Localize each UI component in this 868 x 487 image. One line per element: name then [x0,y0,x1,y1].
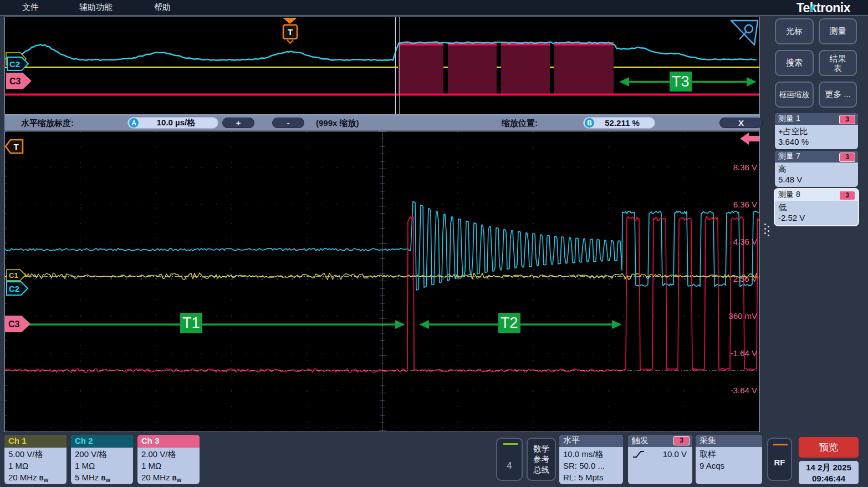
channel3-badge[interactable]: Ch 3 2.00 V/格 1 MΩ 20 MHz BW [137,435,200,484]
graticule-grid [5,131,759,431]
more-button[interactable]: 更多 ... [819,82,857,108]
overview-waveforms: T C1 C2 C3 [5,17,759,114]
bandwidth-icon: BW [101,475,110,481]
menu-bar: 文件 辅助功能 帮助 Tektronix [0,0,868,16]
voltage-label: 8.36 V [704,163,757,173]
svg-text:T: T [288,27,293,37]
t2-annotation: T2 [498,313,520,333]
measure-button[interactable]: 测量 [819,18,857,44]
trigger-position-marker[interactable]: T [283,18,297,43]
svg-text:T: T [13,142,18,151]
t1-annotation: T1 [180,313,202,333]
svg-text:C2: C2 [9,59,20,69]
waveform-overview-panel[interactable]: T C1 C2 C3 [4,17,760,115]
zoom-scale-knob[interactable]: A 10.0 µs/格 [127,117,218,129]
datetime-display: 14 2月 2025 09:46:44 [799,461,859,484]
trigger-source-badge: 3 [673,436,690,445]
voltage-label: 4.36 V [704,237,757,247]
overview-channel3-label[interactable]: C3 [6,73,32,89]
voltage-label: -1.64 V [704,348,757,358]
trigger-level-marker[interactable]: T [6,140,23,153]
t3-annotation: T3 [670,72,692,92]
channel3-label[interactable]: C3 [5,316,30,332]
voltage-label: -3.64 V [704,385,757,395]
channel1-label[interactable]: C1 [7,270,25,281]
bandwidth-icon: BW [39,475,48,481]
channel2-badge[interactable]: Ch 2 200 V/格 1 MΩ 5 MHz BW [71,435,133,484]
voltage-label: 2.36 V [704,274,757,284]
preview-button[interactable]: 预览 [799,437,859,458]
menu-utility[interactable]: 辅助功能 [79,2,113,13]
search-button[interactable]: 搜索 [775,50,814,76]
rf-color-bar [773,444,788,445]
overview-traces [5,42,759,95]
zoom-close-button[interactable]: X [719,118,763,128]
zoom-scale-label: 水平缩放标度: [21,118,74,129]
cursors-button[interactable]: 光标 [775,18,814,44]
trigger-position-arrow[interactable] [740,133,759,145]
zoom-position-knob[interactable]: B 52.211 % [583,117,655,129]
source-badge: 3 [839,153,855,162]
zoom-flag-icon[interactable] [731,21,758,45]
voltage-label: 6.36 V [704,200,757,210]
zoom-out-button[interactable]: - [272,118,304,128]
knob-a-icon: A [129,118,139,128]
horizontal-badge[interactable]: 水平 10.0 ms/格 SR: 50.0 ... RL: 5 Mpts [559,435,623,484]
svg-text:C3: C3 [9,77,21,86]
svg-text:C2: C2 [9,284,19,293]
measurement-badge-8[interactable]: 测量 8 3 低-2.52 V [775,189,858,225]
menu-help[interactable]: 帮助 [154,2,171,13]
measurement-badge-7[interactable]: 测量 7 3 高5.48 V [775,151,858,187]
acquisition-badge[interactable]: 采集 取样 9 Acqs [696,435,762,484]
channel2-label[interactable]: C2 [7,282,28,295]
waveform-traces [5,201,759,372]
math-ref-bus-button[interactable]: 数学 参考 总线 [527,438,556,481]
zoom-factor-label: (999x 缩放) [316,118,359,129]
menu-file[interactable]: 文件 [22,2,39,13]
t1-arrow [8,320,405,329]
oscilloscope-screen: { "menu": {"items": ["文件", "辅助功能", "帮助"]… [0,0,868,487]
zoom-control-bar: 水平缩放标度: A 10.0 µs/格 + - (999x 缩放) 缩放位置: … [4,115,760,131]
trigger-badge[interactable]: 触发 3 10.0 V [628,435,692,484]
rf-button[interactable]: RF [767,438,792,481]
add-channel4-button[interactable]: 4 [496,438,523,481]
bottom-status-bar: Ch 1 5.00 V/格 1 MΩ 20 MHz BW Ch 2 200 V/… [0,432,868,487]
source-badge: 3 [839,191,855,200]
main-waveforms: C1 C2 C3 T [5,131,759,431]
rising-edge-icon [632,449,645,459]
measurement-badge-1[interactable]: 测量 1 3 +占空比3.640 % [775,113,858,149]
source-badge: 3 [839,115,855,124]
t2-arrow [419,320,622,329]
zoom-position-label: 缩放位置: [502,118,538,129]
bandwidth-icon: BW [172,475,181,481]
main-waveform-panel[interactable]: C1 C2 C3 T [4,131,760,432]
voltage-label: 360 mV [704,311,757,321]
knob-b-icon: B [585,118,594,128]
svg-text:C3: C3 [8,319,20,329]
box-zoom-button[interactable]: 框画缩放 [775,82,814,108]
svg-text:C1: C1 [9,271,18,280]
channel4-color-bar [503,443,518,445]
results-table-button[interactable]: 结果表 [819,50,857,76]
channel1-badge[interactable]: Ch 1 5.00 V/格 1 MΩ 20 MHz BW [4,435,67,484]
zoom-in-button[interactable]: + [222,118,254,128]
tektronix-logo: Tektronix [796,1,850,16]
